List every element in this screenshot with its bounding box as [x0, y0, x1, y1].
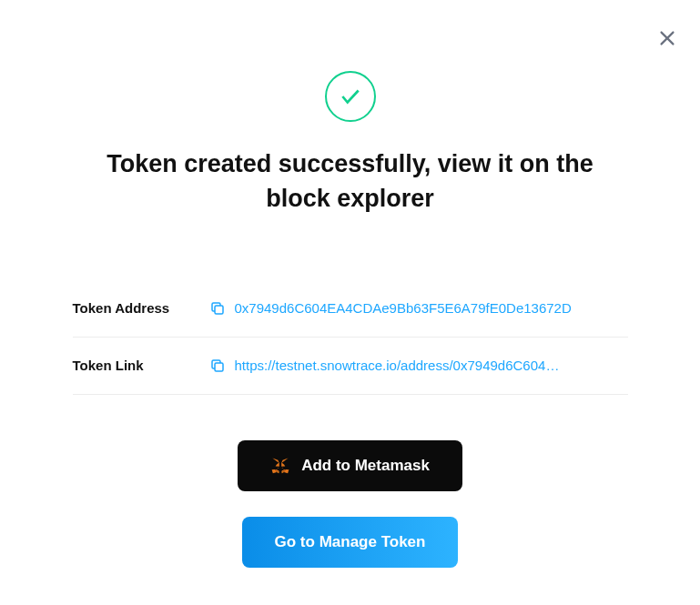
- svg-rect-2: [215, 306, 223, 314]
- token-address-value-wrap: 0x7949d6C604EA4CDAe9Bb63F5E6A79fE0De1367…: [209, 300, 628, 317]
- svg-rect-3: [215, 363, 223, 371]
- close-button[interactable]: [654, 25, 680, 51]
- copy-icon: [209, 358, 226, 374]
- modal-content: Token created successfully, view it on t…: [0, 0, 700, 568]
- add-to-metamask-button[interactable]: Add to Metamask: [238, 440, 462, 491]
- close-icon: [657, 28, 677, 48]
- token-address-value[interactable]: 0x7949d6C604EA4CDAe9Bb63F5E6A79fE0De1367…: [235, 300, 572, 316]
- go-to-manage-token-button[interactable]: Go to Manage Token: [242, 517, 459, 568]
- token-link-label: Token Link: [73, 358, 209, 373]
- token-address-label: Token Address: [73, 300, 209, 316]
- svg-marker-9: [281, 462, 285, 467]
- token-link-row: Token Link https://testnet.snowtrace.io/…: [73, 338, 628, 395]
- token-link-value[interactable]: https://testnet.snowtrace.io/address/0x7…: [235, 358, 560, 373]
- svg-marker-15: [282, 467, 284, 468]
- svg-marker-5: [272, 458, 279, 463]
- copy-link-button[interactable]: [209, 358, 226, 374]
- svg-marker-14: [277, 467, 279, 468]
- info-block: Token Address 0x7949d6C604EA4CDAe9Bb63F5…: [73, 280, 628, 395]
- svg-marker-8: [276, 462, 279, 466]
- svg-marker-4: [281, 458, 288, 463]
- manage-token-label: Go to Manage Token: [275, 533, 426, 551]
- checkmark-icon: [339, 85, 362, 108]
- add-to-metamask-label: Add to Metamask: [301, 457, 430, 475]
- metamask-icon: [270, 456, 290, 476]
- modal-title: Token created successfully, view it on t…: [96, 147, 605, 217]
- token-address-row: Token Address 0x7949d6C604EA4CDAe9Bb63F5…: [73, 280, 628, 338]
- success-indicator: [325, 71, 376, 122]
- copy-icon: [209, 300, 226, 317]
- button-group: Add to Metamask Go to Manage Token: [238, 440, 462, 568]
- token-link-value-wrap: https://testnet.snowtrace.io/address/0x7…: [209, 358, 628, 374]
- copy-address-button[interactable]: [209, 300, 226, 317]
